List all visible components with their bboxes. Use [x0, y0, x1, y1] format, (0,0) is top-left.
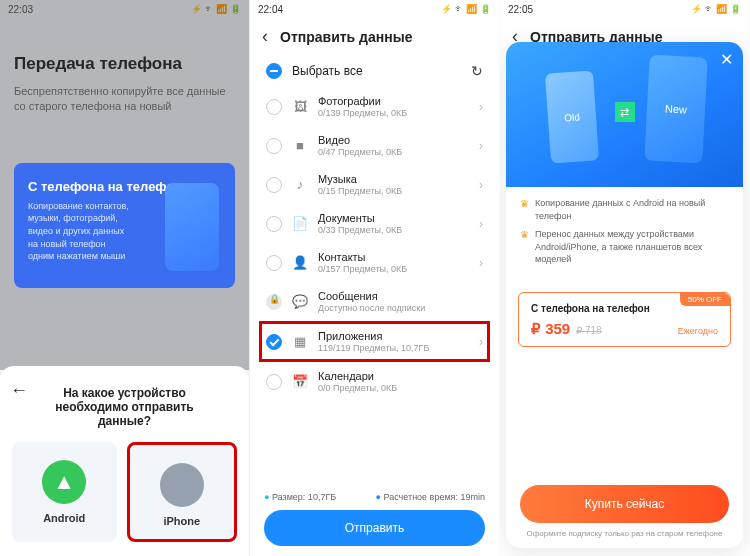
item-title: Сообщения — [318, 290, 483, 302]
item-title: Календари — [318, 370, 483, 382]
item-title: Приложения — [318, 330, 469, 342]
checkbox-checked[interactable] — [266, 334, 282, 350]
size-label: Размер: 10,7ГБ — [264, 492, 336, 502]
status-icons: ⚡ ᯤ 📶 🔋 — [441, 4, 491, 14]
send-button[interactable]: Отправить — [264, 510, 485, 546]
header: ‹ Отправить данные — [250, 18, 499, 55]
item-sub: Доступно после подписки — [318, 303, 483, 313]
chevron-right-icon: › — [479, 335, 483, 349]
price-current: ₽ 359 — [531, 320, 570, 338]
price-period: Ежегодно — [678, 326, 718, 336]
screen-select-data: 22:04 ⚡ ᯤ 📶 🔋 ‹ Отправить данные Выбрать… — [250, 0, 500, 556]
category-list: 🖼 Фотографии0/139 Предметы, 0КБ › ■ Виде… — [250, 87, 499, 401]
refresh-button[interactable]: ↻ — [471, 63, 483, 79]
device-iphone[interactable]: iPhone — [127, 442, 238, 542]
crown-icon: ♛ — [520, 228, 529, 266]
item-sub: 0/47 Предметы, 0КБ — [318, 147, 469, 157]
item-music[interactable]: ♪ Музыка0/15 Предметы, 0КБ › — [262, 165, 487, 204]
old-phone-illustration: Old — [545, 70, 599, 163]
phone-illustration — [165, 183, 219, 271]
promo-footer: Купить сейчас Оформите подписку только р… — [506, 475, 743, 548]
price-line: ₽ 359 ₽ 718 Ежегодно — [531, 320, 718, 338]
checkbox[interactable] — [266, 138, 282, 154]
device-row: ▲ Android iPhone — [12, 442, 237, 542]
item-apps[interactable]: ▦ Приложения119/119 Предметы, 10,7ГБ › — [259, 321, 490, 362]
feature-row: ♛ Копирование данных с Android на новый … — [520, 197, 729, 222]
item-sub: 0/33 Предметы, 0КБ — [318, 225, 469, 235]
feature-text: Копирование данных с Android на новый те… — [535, 197, 729, 222]
item-sub: 119/119 Предметы, 10,7ГБ — [318, 343, 469, 353]
item-sub: 0/157 Предметы, 0КБ — [318, 264, 469, 274]
chevron-right-icon: › — [479, 178, 483, 192]
screen-transfer-intro: 22:03 ⚡ ᯤ 📶 🔋 Передача телефона Беспрепя… — [0, 0, 250, 556]
item-contacts[interactable]: 👤 Контакты0/157 Предметы, 0КБ › — [262, 243, 487, 282]
promo-hero: ✕ Old ⇄ New — [506, 42, 743, 187]
screen-promo: 22:05 ⚡ ᯤ 📶 🔋 ‹ Отправить данные ✕ Old ⇄… — [500, 0, 750, 556]
status-time: 22:05 — [508, 4, 533, 15]
feature-text: Перенос данных между устройствами Androi… — [535, 228, 729, 266]
item-photos[interactable]: 🖼 Фотографии0/139 Предметы, 0КБ › — [262, 87, 487, 126]
apple-icon — [160, 463, 204, 507]
item-documents[interactable]: 📄 Документы0/33 Предметы, 0КБ › — [262, 204, 487, 243]
phone-to-phone-card[interactable]: С телефона на телефон Копирование контак… — [14, 163, 235, 288]
chevron-right-icon: › — [479, 256, 483, 270]
checkbox[interactable] — [266, 177, 282, 193]
checkbox[interactable] — [266, 255, 282, 271]
close-button[interactable]: ✕ — [720, 50, 733, 69]
item-calendars[interactable]: 📅 Календари0/0 Предметы, 0КБ — [262, 362, 487, 401]
status-time: 22:04 — [258, 4, 283, 15]
chevron-right-icon: › — [479, 139, 483, 153]
checkbox[interactable] — [266, 216, 282, 232]
device-android[interactable]: ▲ Android — [12, 442, 117, 542]
android-icon: ▲ — [42, 460, 86, 504]
crown-icon: ♛ — [520, 197, 529, 222]
chevron-right-icon: › — [479, 100, 483, 114]
apps-icon: ▦ — [292, 334, 308, 350]
item-sub: 0/0 Предметы, 0КБ — [318, 383, 483, 393]
checkbox[interactable] — [266, 99, 282, 115]
documents-icon: 📄 — [292, 216, 308, 232]
promo-modal: ✕ Old ⇄ New ♛ Копирование данных с Andro… — [506, 42, 743, 548]
device-label: Android — [12, 512, 117, 524]
summary-row: Размер: 10,7ГБ Расчетное время: 19min — [264, 492, 485, 502]
sheet-question: На какое устройство необходимо отправить… — [12, 382, 237, 442]
price-old: ₽ 718 — [576, 325, 601, 336]
header-title: Отправить данные — [280, 29, 412, 45]
item-title: Фотографии — [318, 95, 469, 107]
item-title: Документы — [318, 212, 469, 224]
promo-body: ♛ Копирование данных с Android на новый … — [506, 187, 743, 282]
item-video[interactable]: ■ Видео0/47 Предметы, 0КБ › — [262, 126, 487, 165]
music-icon: ♪ — [292, 177, 308, 193]
item-messages[interactable]: 💬 СообщенияДоступно после подписки — [262, 282, 487, 321]
device-sheet: ← На какое устройство необходимо отправи… — [0, 366, 249, 556]
item-sub: 0/15 Предметы, 0КБ — [318, 186, 469, 196]
item-title: Видео — [318, 134, 469, 146]
status-icons: ⚡ ᯤ 📶 🔋 — [691, 4, 741, 14]
item-title: Музыка — [318, 173, 469, 185]
contacts-icon: 👤 — [292, 255, 308, 271]
messages-icon: 💬 — [292, 294, 308, 310]
checkbox[interactable] — [266, 374, 282, 390]
checkbox-locked — [266, 294, 282, 310]
buy-button[interactable]: Купить сейчас — [520, 485, 729, 523]
status-bar: 22:05 ⚡ ᯤ 📶 🔋 — [500, 0, 749, 18]
status-bar: 22:04 ⚡ ᯤ 📶 🔋 — [250, 0, 499, 18]
promo-note: Оформите подписку только раз на старом т… — [520, 529, 729, 538]
item-title: Контакты — [318, 251, 469, 263]
chevron-right-icon: › — [479, 217, 483, 231]
select-all-checkbox[interactable] — [266, 63, 282, 79]
transfer-icon: ⇄ — [615, 102, 635, 122]
discount-badge: 50% OFF — [680, 293, 730, 306]
card-text: Копирование контактов, музыки, фотографи… — [28, 200, 134, 263]
back-button[interactable]: ← — [10, 380, 28, 401]
feature-row: ♛ Перенос данных между устройствами Andr… — [520, 228, 729, 266]
footer: Размер: 10,7ГБ Расчетное время: 19min От… — [250, 486, 499, 556]
device-label: iPhone — [130, 515, 235, 527]
time-label: Расчетное время: 19min — [376, 492, 485, 502]
price-box[interactable]: 50% OFF С телефона на телефон ₽ 359 ₽ 71… — [518, 292, 731, 347]
back-button[interactable]: ‹ — [262, 26, 268, 47]
photos-icon: 🖼 — [292, 99, 308, 115]
item-sub: 0/139 Предметы, 0КБ — [318, 108, 469, 118]
select-all-row[interactable]: Выбрать все ↻ — [250, 55, 499, 87]
select-all-label: Выбрать все — [292, 64, 363, 78]
